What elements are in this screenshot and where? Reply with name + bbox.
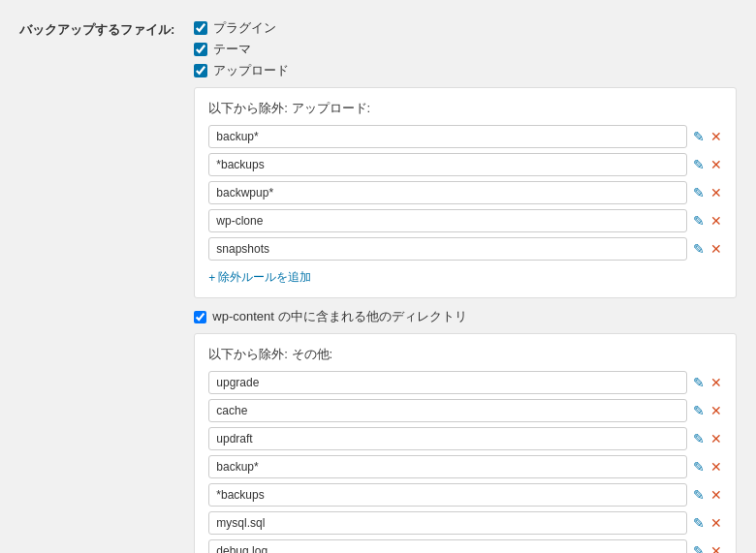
upload-checkbox[interactable] (194, 64, 207, 77)
delete-icon[interactable]: ✕ (710, 432, 722, 445)
table-row: ✎ ✕ (208, 237, 722, 261)
exclusion-input-upload-3[interactable] (208, 209, 687, 232)
upload-exclusion-box: 以下から除外: アップロード: ✎ ✕ ✎ ✕ ✎ ✕ ✎ ✕ ✎ ✕ + 除外… (194, 87, 737, 298)
delete-icon[interactable]: ✕ (710, 214, 722, 228)
delete-icon[interactable]: ✕ (710, 516, 722, 530)
upload-add-rule-link[interactable]: + 除外ルールを追加 (208, 269, 311, 286)
edit-icon[interactable]: ✎ (693, 432, 705, 445)
other-dir-checkbox-row: wp-content の中に含まれる他のディレクトリ (194, 308, 737, 325)
exclusion-input-other-0[interactable] (208, 371, 687, 394)
other-exclusion-rows: ✎ ✕ ✎ ✕ ✎ ✕ ✎ ✕ ✎ ✕ ✎ ✕ ✎ ✕ (208, 371, 722, 553)
edit-icon[interactable]: ✎ (693, 214, 705, 228)
table-row: ✎ ✕ (208, 209, 722, 232)
exclusion-input-upload-1[interactable] (208, 153, 687, 176)
edit-icon[interactable]: ✎ (693, 544, 705, 553)
table-row: ✎ ✕ (208, 483, 722, 507)
plugin-label: プラグイン (213, 19, 276, 37)
table-row: ✎ ✕ (208, 181, 722, 204)
edit-icon[interactable]: ✎ (693, 488, 705, 502)
edit-icon[interactable]: ✎ (693, 186, 705, 200)
delete-icon[interactable]: ✕ (710, 376, 722, 389)
plugin-checkbox[interactable] (194, 21, 207, 35)
delete-icon[interactable]: ✕ (710, 186, 722, 200)
content-column: プラグイン テーマ アップロード 以下から除外: アップロード: ✎ ✕ ✎ ✕… (194, 19, 737, 553)
edit-icon[interactable]: ✎ (693, 158, 705, 171)
plugin-checkbox-row: プラグイン (194, 19, 737, 37)
delete-icon[interactable]: ✕ (710, 404, 722, 417)
exclusion-input-upload-2[interactable] (208, 181, 687, 204)
exclusion-input-other-3[interactable] (208, 455, 687, 478)
edit-icon[interactable]: ✎ (693, 130, 705, 143)
delete-icon[interactable]: ✕ (710, 158, 722, 171)
other-dir-checkbox[interactable] (194, 311, 206, 323)
exclusion-input-upload-0[interactable] (208, 125, 687, 148)
theme-checkbox-row: テーマ (194, 41, 737, 58)
table-row: ✎ ✕ (208, 371, 722, 394)
edit-icon[interactable]: ✎ (693, 516, 705, 530)
section-label: バックアップするファイル: (19, 19, 174, 553)
upload-exclusion-title: 以下から除外: アップロード: (208, 100, 722, 117)
delete-icon[interactable]: ✕ (710, 544, 722, 553)
upload-add-rule-label: 除外ルールを追加 (218, 269, 311, 286)
main-container: バックアップするファイル: プラグイン テーマ アップロード 以下から除外: ア… (19, 19, 737, 553)
upload-checkbox-row: アップロード (194, 62, 737, 79)
other-dir-label: wp-content の中に含まれる他のディレクトリ (212, 308, 466, 325)
edit-icon[interactable]: ✎ (693, 376, 705, 389)
plus-icon: + (208, 271, 215, 285)
upload-label: アップロード (213, 62, 289, 79)
exclusion-input-other-4[interactable] (208, 483, 687, 507)
exclusion-input-other-1[interactable] (208, 399, 687, 422)
edit-icon[interactable]: ✎ (693, 404, 705, 417)
other-exclusion-box: 以下から除外: その他: ✎ ✕ ✎ ✕ ✎ ✕ ✎ ✕ ✎ ✕ ✎ ✕ (194, 333, 737, 553)
exclusion-input-other-6[interactable] (208, 539, 687, 553)
table-row: ✎ ✕ (208, 511, 722, 535)
table-row: ✎ ✕ (208, 455, 722, 478)
table-row: ✎ ✕ (208, 125, 722, 148)
edit-icon[interactable]: ✎ (693, 242, 705, 256)
table-row: ✎ ✕ (208, 153, 722, 176)
delete-icon[interactable]: ✕ (710, 488, 722, 502)
table-row: ✎ ✕ (208, 539, 722, 553)
theme-label: テーマ (213, 41, 251, 58)
exclusion-input-other-2[interactable] (208, 427, 687, 450)
delete-icon[interactable]: ✕ (710, 242, 722, 256)
table-row: ✎ ✕ (208, 399, 722, 422)
delete-icon[interactable]: ✕ (710, 460, 722, 474)
theme-checkbox[interactable] (194, 43, 207, 56)
upload-exclusion-rows: ✎ ✕ ✎ ✕ ✎ ✕ ✎ ✕ ✎ ✕ (208, 125, 722, 261)
other-exclusion-title: 以下から除外: その他: (208, 346, 722, 363)
table-row: ✎ ✕ (208, 427, 722, 450)
exclusion-input-upload-4[interactable] (208, 237, 687, 261)
exclusion-input-other-5[interactable] (208, 511, 687, 535)
delete-icon[interactable]: ✕ (710, 130, 722, 143)
edit-icon[interactable]: ✎ (693, 460, 705, 474)
